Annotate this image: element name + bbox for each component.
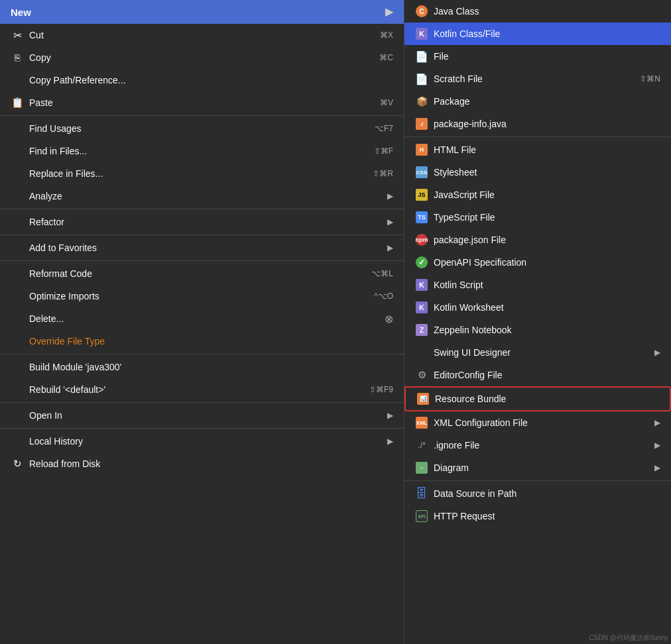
delete-menu-item[interactable]: Delete... ⊗ [0, 307, 404, 330]
cut-menu-item[interactable]: ✂ Cut ⌘X [0, 24, 404, 46]
replace-in-files-shortcut: ⇧⌘R [373, 169, 393, 178]
refactor-label: Refactor [29, 217, 382, 227]
file-menu-item[interactable]: 📄 File [404, 45, 671, 68]
editorconfig-menu-item[interactable]: ⚙ EditorConfig File [404, 364, 671, 386]
resource-bundle-label: Resource Bundle [435, 394, 659, 404]
find-in-files-menu-item[interactable]: Find in Files... ⇧⌘F [0, 140, 404, 162]
scratch-file-icon: 📄 [415, 72, 428, 85]
swing-ui-arrow-icon: ▶ [654, 348, 660, 357]
rebuild-shortcut: ⇧⌘F9 [369, 385, 393, 394]
delete-label: Delete... [29, 313, 371, 324]
new-menu-item[interactable]: New ▶ [0, 0, 404, 24]
new-arrow-icon: ▶ [385, 6, 393, 18]
editorconfig-label: EditorConfig File [434, 370, 660, 380]
override-file-type-menu-item[interactable]: Override File Type [0, 330, 404, 352]
left-menu-panel: New ▶ ✂ Cut ⌘X ⎘ Copy ⌘C Copy Path/Refer… [0, 0, 404, 644]
paste-icon: 📋 [11, 96, 24, 109]
context-menu: New ▶ ✂ Cut ⌘X ⎘ Copy ⌘C Copy Path/Refer… [0, 0, 671, 644]
open-in-icon [11, 409, 24, 422]
right-submenu-panel: C Java Class K Kotlin Class/File 📄 File … [404, 0, 671, 644]
find-usages-icon [11, 122, 24, 135]
refactor-menu-item[interactable]: Refactor ▶ [0, 211, 404, 233]
copy-path-label: Copy Path/Reference... [29, 75, 393, 85]
resource-bundle-menu-item[interactable]: 📊 Resource Bundle [404, 386, 671, 411]
diagram-label: Diagram [434, 462, 649, 473]
watermark: CSDN @代码魔法师Sunny [586, 632, 671, 644]
package-info-icon: J [415, 117, 428, 131]
zeppelin-icon: Z [415, 323, 428, 337]
add-to-favorites-menu-item[interactable]: Add to Favorites ▶ [0, 237, 404, 259]
package-json-menu-item[interactable]: npm package.json File [404, 229, 671, 251]
refactor-arrow-icon: ▶ [387, 217, 393, 227]
override-file-type-label: Override File Type [29, 336, 393, 347]
build-module-icon [11, 360, 24, 374]
replace-in-files-menu-item[interactable]: Replace in Files... ⇧⌘R [0, 162, 404, 185]
reload-from-disk-menu-item[interactable]: ↻ Reload from Disk [0, 453, 404, 475]
copy-path-icon [11, 74, 24, 87]
diagram-menu-item[interactable]: ↔ Diagram ▶ [404, 456, 671, 479]
openapi-menu-item[interactable]: ✓ OpenAPI Specification [404, 251, 671, 274]
paste-label: Paste [29, 97, 367, 108]
package-icon: 📦 [415, 95, 428, 108]
optimize-imports-label: Optimize Imports [29, 291, 361, 301]
reformat-code-shortcut: ⌥⌘L [371, 269, 393, 278]
package-menu-item[interactable]: 📦 Package [404, 90, 671, 113]
separator-2 [0, 209, 404, 209]
editorconfig-icon: ⚙ [415, 368, 428, 382]
kotlin-script-menu-item[interactable]: K Kotlin Script [404, 274, 671, 296]
typescript-file-label: TypeScript File [434, 212, 660, 223]
zeppelin-menu-item[interactable]: Z Zeppelin Notebook [404, 319, 671, 341]
optimize-imports-icon [11, 290, 24, 303]
java-class-menu-item[interactable]: C Java Class [404, 0, 671, 23]
kotlin-class-menu-item[interactable]: K Kotlin Class/File [404, 23, 671, 45]
swing-ui-icon [415, 346, 428, 359]
datasource-label: Data Source in Path [434, 488, 660, 499]
analyze-icon [11, 189, 24, 203]
http-request-menu-item[interactable]: API HTTP Request [404, 505, 671, 527]
html-file-menu-item[interactable]: H HTML File [404, 138, 671, 161]
package-info-label: package-info.java [434, 119, 660, 129]
optimize-imports-menu-item[interactable]: Optimize Imports ^⌥O [0, 285, 404, 307]
separator-6 [0, 402, 404, 403]
override-file-type-icon [11, 335, 24, 348]
reformat-code-menu-item[interactable]: Reformat Code ⌥⌘L [0, 262, 404, 285]
analyze-arrow-icon: ▶ [387, 191, 393, 201]
build-module-menu-item[interactable]: Build Module 'java300' [0, 356, 404, 378]
find-usages-menu-item[interactable]: Find Usages ⌥F7 [0, 117, 404, 140]
rebuild-menu-item[interactable]: Rebuild '<default>' ⇧⌘F9 [0, 378, 404, 401]
local-history-label: Local History [29, 436, 382, 447]
stylesheet-icon: CSS [415, 166, 428, 179]
datasource-menu-item[interactable]: 🗄 Data Source in Path [404, 482, 671, 505]
resource-bundle-icon: 📊 [416, 392, 430, 405]
reload-from-disk-label: Reload from Disk [29, 458, 393, 469]
copy-menu-item[interactable]: ⎘ Copy ⌘C [0, 46, 404, 69]
paste-menu-item[interactable]: 📋 Paste ⌘V [0, 91, 404, 114]
analyze-menu-item[interactable]: Analyze ▶ [0, 185, 404, 207]
rebuild-label: Rebuild '<default>' [29, 384, 356, 395]
local-history-arrow-icon: ▶ [387, 437, 393, 446]
scratch-file-menu-item[interactable]: 📄 Scratch File ⇧⌘N [404, 68, 671, 90]
stylesheet-menu-item[interactable]: CSS Stylesheet [404, 161, 671, 184]
delete-icon [11, 312, 24, 325]
typescript-file-menu-item[interactable]: TS TypeScript File [404, 206, 671, 229]
javascript-file-icon: JS [415, 188, 428, 201]
kotlin-worksheet-menu-item[interactable]: K Kotlin Worksheet [404, 296, 671, 319]
http-request-icon: API [415, 510, 428, 523]
open-in-menu-item[interactable]: Open In ▶ [0, 404, 404, 427]
stylesheet-label: Stylesheet [434, 167, 660, 178]
xml-config-menu-item[interactable]: XML XML Configuration File ▶ [404, 411, 671, 434]
separator-4 [0, 260, 404, 261]
package-info-menu-item[interactable]: J package-info.java [404, 113, 671, 135]
copy-path-menu-item[interactable]: Copy Path/Reference... [0, 69, 404, 91]
delete-shortcut: ⊗ [385, 313, 393, 325]
build-module-label: Build Module 'java300' [29, 362, 393, 372]
swing-ui-menu-item[interactable]: Swing UI Designer ▶ [404, 341, 671, 364]
javascript-file-menu-item[interactable]: JS JavaScript File [404, 184, 671, 206]
html-file-label: HTML File [434, 144, 660, 155]
ignore-file-menu-item[interactable]: .i* .ignore File ▶ [404, 434, 671, 456]
cut-icon: ✂ [11, 28, 24, 42]
xml-config-label: XML Configuration File [434, 417, 649, 428]
xml-config-icon: XML [415, 416, 428, 429]
local-history-menu-item[interactable]: Local History ▶ [0, 430, 404, 453]
copy-label: Copy [29, 52, 366, 63]
